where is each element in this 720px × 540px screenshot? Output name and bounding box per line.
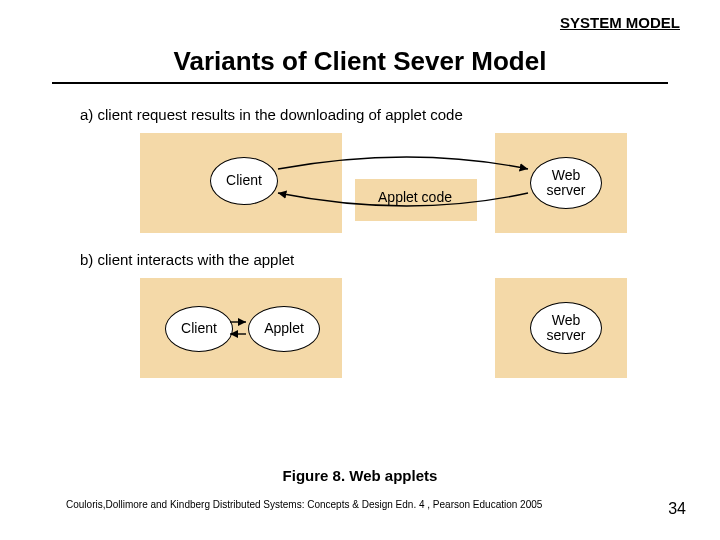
panel-row-b: Client Applet Web server bbox=[80, 272, 640, 382]
caption-b: b) client interacts with the applet bbox=[80, 251, 640, 268]
node-b-client: Client bbox=[165, 306, 233, 352]
page-number: 34 bbox=[668, 500, 686, 518]
node-a-server: Web server bbox=[530, 157, 602, 209]
panel-row-a: Client Applet code Web server bbox=[80, 127, 640, 237]
node-b-server: Web server bbox=[530, 302, 602, 354]
caption-a: a) client request results in the downloa… bbox=[80, 106, 640, 123]
node-a-client: Client bbox=[210, 157, 278, 205]
slide-title: Variants of Client Sever Model bbox=[0, 46, 720, 77]
title-rule bbox=[52, 82, 668, 84]
diagram-area: a) client request results in the downloa… bbox=[80, 100, 640, 388]
header-label: SYSTEM MODEL bbox=[560, 14, 680, 31]
label-a-applet-code: Applet code bbox=[365, 189, 465, 205]
figure-caption: Figure 8. Web applets bbox=[0, 467, 720, 484]
citation: Couloris,Dollimore and Kindberg Distribu… bbox=[66, 499, 542, 510]
node-b-applet: Applet bbox=[248, 306, 320, 352]
